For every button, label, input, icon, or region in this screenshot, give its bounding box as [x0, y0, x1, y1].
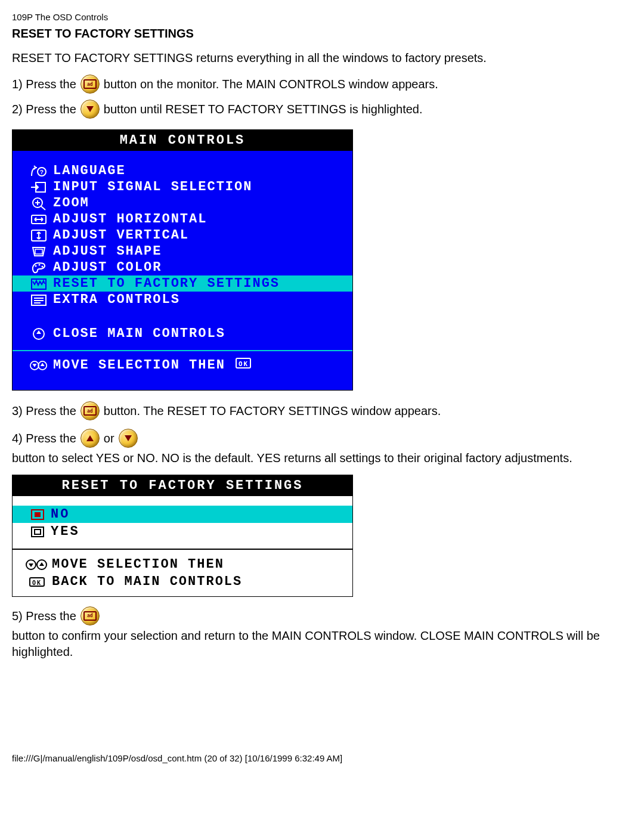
step4-text-b: or: [104, 431, 114, 447]
menu-label: CLOSE MAIN CONTROLS: [53, 326, 343, 341]
svg-rect-18: [35, 512, 41, 517]
updown-arrows-icon: [24, 358, 53, 373]
osd-title: MAIN CONTROLS: [13, 130, 352, 151]
step-2: 2) Press the button until RESET TO FACTO…: [12, 100, 632, 119]
selector-yes-icon: [24, 526, 51, 538]
ok-button-icon: ad: [80, 401, 100, 420]
step4-text-a: 4) Press the: [12, 431, 76, 447]
menu-label: ADJUST COLOR: [53, 260, 343, 275]
menu-label: ZOOM: [53, 196, 343, 210]
menu-label: ADJUST HORIZONTAL: [53, 212, 343, 227]
svg-point-9: [42, 265, 44, 267]
up-button-icon: [80, 429, 100, 448]
menu-item-input: INPUT SIGNAL SELECTION: [13, 179, 352, 195]
menu-item-close: CLOSE MAIN CONTROLS: [13, 326, 352, 342]
language-icon: ?: [24, 164, 53, 178]
input-signal-icon: [24, 180, 53, 194]
menu-item-adj-h: ADJUST HORIZONTAL: [13, 211, 352, 227]
ok-small-icon: OK: [22, 576, 52, 588]
osd2-footer-text2: BACK TO MAIN CONTROLS: [52, 574, 242, 589]
option-label: YES: [51, 524, 80, 539]
svg-rect-6: [35, 249, 42, 254]
close-controls-icon: [24, 327, 53, 341]
svg-text:?: ?: [40, 169, 45, 176]
svg-text:OK: OK: [239, 360, 249, 368]
step-1: 1) Press the ad button on the monitor. T…: [12, 75, 632, 94]
reset-factory-osd: RESET TO FACTORY SETTINGS NO YES: [12, 475, 353, 597]
down-button-icon: [119, 429, 138, 448]
menu-label: EXTRA CONTROLS: [53, 292, 343, 307]
osd-footer-text: MOVE SELECTION THEN: [53, 358, 225, 373]
extra-controls-icon: [24, 293, 53, 307]
page-header: 109P The OSD Controls: [12, 12, 632, 22]
menu-label: RESET TO FACTORY SETTINGS: [53, 276, 343, 291]
osd2-title: RESET TO FACTORY SETTINGS: [13, 475, 352, 496]
main-controls-osd: MAIN CONTROLS ? LANGUAGE INPUT SIGNAL SE…: [12, 129, 353, 391]
osd2-footer: MOVE SELECTION THEN OK BACK TO MAIN CONT…: [13, 549, 352, 596]
svg-point-8: [39, 264, 41, 265]
menu-item-adj-shape: ADJUST SHAPE: [13, 243, 352, 259]
option-label: NO: [51, 507, 70, 522]
menu-item-language: ? LANGUAGE: [13, 163, 352, 179]
reset-factory-icon: [24, 277, 53, 291]
intro-paragraph: RESET TO FACTORY SETTINGS returns everyt…: [12, 50, 632, 66]
svg-rect-20: [35, 529, 41, 534]
option-no-highlighted: NO: [13, 506, 352, 523]
step2-text-a: 2) Press the: [12, 103, 76, 116]
adjust-shape-icon: [24, 244, 53, 259]
svg-point-7: [35, 265, 37, 267]
step5-text-a: 5) Press the: [12, 608, 76, 624]
menu-item-reset-highlighted: RESET TO FACTORY SETTINGS: [13, 275, 352, 292]
adjust-color-icon: [24, 261, 53, 275]
step2-text-b: button until RESET TO FACTORY SETTINGS i…: [104, 103, 423, 116]
menu-label: ADJUST VERTICAL: [53, 228, 343, 243]
section-title: RESET TO FACTORY SETTINGS: [12, 27, 632, 41]
svg-rect-19: [32, 527, 44, 537]
menu-item-extra: EXTRA CONTROLS: [13, 292, 352, 308]
ok-button-icon: ad: [80, 75, 100, 94]
adjust-horizontal-icon: [24, 212, 53, 227]
option-yes: YES: [13, 523, 352, 540]
menu-item-zoom: ZOOM: [13, 195, 352, 211]
page-footer: file:///G|/manual/english/109P/osd/osd_c…: [12, 750, 632, 763]
menu-item-adj-color: ADJUST COLOR: [13, 259, 352, 275]
svg-text:OK: OK: [32, 580, 42, 586]
step1-text-a: 1) Press the: [12, 78, 76, 91]
ok-small-icon: OK: [235, 357, 252, 373]
down-button-icon: [80, 100, 100, 119]
ok-button-icon: ad: [80, 606, 100, 625]
menu-item-adj-v: ADJUST VERTICAL: [13, 227, 352, 243]
step3-text-a: 3) Press the: [12, 404, 76, 418]
menu-label: INPUT SIGNAL SELECTION: [53, 179, 343, 194]
step-3: 3) Press the ad button. The RESET TO FAC…: [12, 401, 632, 420]
menu-label: ADJUST SHAPE: [53, 244, 343, 259]
osd2-footer-text1: MOVE SELECTION THEN: [52, 557, 224, 572]
step-4: 4) Press the or button to select YES or …: [12, 429, 632, 466]
step4-text-c: button to select YES or NO. NO is the de…: [12, 450, 572, 466]
osd-footer: MOVE SELECTION THEN OK: [13, 350, 352, 380]
step5-text-b: button to confirm your selection and ret…: [12, 628, 632, 660]
selector-no-icon: [24, 509, 51, 521]
step3-text-b: button. The RESET TO FACTORY SETTINGS wi…: [104, 404, 441, 418]
adjust-vertical-icon: [24, 228, 53, 243]
step1-text-b: button on the monitor. The MAIN CONTROLS…: [104, 78, 438, 91]
step-5: 5) Press the ad button to confirm your s…: [12, 606, 632, 660]
updown-arrows-icon: [22, 558, 52, 571]
menu-label: LANGUAGE: [53, 163, 343, 178]
zoom-icon: [24, 196, 53, 210]
